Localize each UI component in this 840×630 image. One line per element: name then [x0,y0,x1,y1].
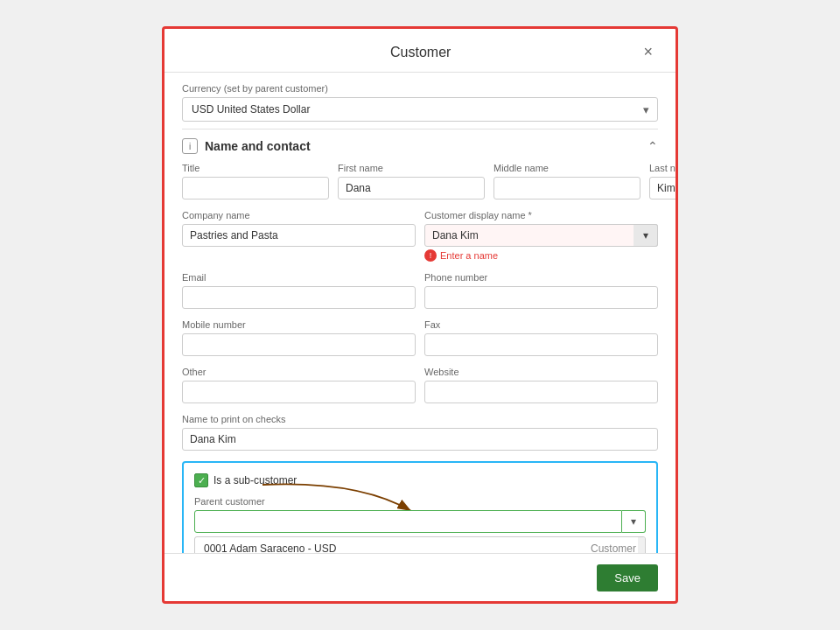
currency-select[interactable]: USD United States Dollar [182,97,658,122]
section-header-left: i Name and contact [182,138,311,154]
mobile-label: Mobile number [182,319,416,330]
parent-customer-dropdown: ▾ [194,510,646,533]
mobile-fax-row: Mobile number Fax [182,319,658,356]
customer-display-group: Customer display name * ▾ ! Enter a name [424,210,658,262]
company-name-input[interactable] [182,224,416,247]
dropdown-items-container: 0001 Adam Saraceno - USDCustomer1 - USDC… [195,537,645,553]
customer-display-error: ! Enter a name [424,249,658,262]
first-name-input[interactable] [338,177,485,200]
first-name-group: First name [338,163,485,200]
other-input[interactable] [182,381,416,403]
last-name-label: Last name [649,163,676,173]
scrollbar-track[interactable] [638,537,645,553]
item-type: Customer [591,542,636,553]
company-name-label: Company name [182,210,416,220]
website-input[interactable] [424,381,658,403]
error-icon: ! [424,249,437,262]
sub-customer-label: Is a sub-customer [214,474,297,486]
last-name-group: Last name [649,163,676,200]
first-name-label: First name [338,163,485,173]
email-label: Email [182,272,416,283]
title-input[interactable] [182,177,329,200]
website-label: Website [424,367,658,377]
customer-display-label: Customer display name * [424,210,658,220]
checks-group: Name to print on checks [182,414,658,451]
email-phone-row: Email Phone number [182,272,658,309]
parent-customer-label: Parent customer [194,496,646,507]
name-contact-section-header: i Name and contact ⌃ [182,129,658,163]
other-group: Other [182,367,416,403]
parent-customer-input[interactable] [194,510,622,533]
name-contact-title: Name and contact [205,139,311,153]
other-label: Other [182,367,416,377]
parent-customer-group: Parent customer ▾ [194,496,646,533]
company-name-group: Company name [182,210,416,262]
close-button[interactable]: × [638,41,658,63]
fax-label: Fax [424,319,658,330]
modal-body: Currency (set by parent customer) USD Un… [164,73,676,553]
name-contact-chevron[interactable]: ⌃ [648,139,658,153]
fax-group: Fax [424,319,658,356]
middle-name-group: Middle name [494,163,640,200]
checks-label: Name to print on checks [182,414,658,424]
currency-label: Currency (set by parent customer) [182,83,658,94]
other-website-row: Other Website [182,367,658,403]
modal-container: Customer × Currency (set by parent custo… [162,26,678,604]
email-group: Email [182,272,416,309]
background: Customer × Currency (set by parent custo… [0,0,840,630]
last-name-input[interactable] [649,177,676,200]
phone-input[interactable] [424,286,658,309]
phone-label: Phone number [424,272,658,283]
fax-input[interactable] [424,333,658,356]
website-group: Website [424,367,658,403]
item-name: 0001 Adam Saraceno - USD [204,542,336,553]
middle-name-input[interactable] [494,177,640,200]
customer-display-dropdown-btn[interactable]: ▾ [634,224,658,247]
company-display-row: Company name Customer display name * ▾ !… [182,210,658,262]
mobile-group: Mobile number [182,319,416,356]
name-row-1: Title First name Middle name Last name S… [182,163,658,200]
customer-display-input[interactable] [424,224,658,247]
middle-name-label: Middle name [494,163,640,173]
parent-customer-list: 0001 Adam Saraceno - USDCustomer1 - USDC… [194,536,646,553]
error-text: Enter a name [440,250,498,261]
parent-customer-arrow-btn[interactable]: ▾ [622,510,646,533]
sub-customer-checkbox[interactable] [194,473,208,487]
title-group: Title [182,163,329,200]
save-button[interactable]: Save [597,564,658,592]
mobile-input[interactable] [182,333,416,356]
modal-header: Customer × [164,29,676,73]
modal-footer: Save [164,553,676,601]
email-input[interactable] [182,286,416,309]
name-contact-icon: i [182,138,198,154]
title-label: Title [182,163,329,173]
modal-title: Customer [203,45,638,60]
phone-group: Phone number [424,272,658,309]
sub-customer-section: Is a sub-customer Parent customer ▾ 0001… [182,461,658,553]
list-item[interactable]: 0001 Adam Saraceno - USDCustomer [195,537,645,553]
currency-section: Currency (set by parent customer) USD Un… [182,73,658,129]
currency-select-wrapper: USD United States Dollar [182,97,658,122]
sub-customer-checkbox-row: Is a sub-customer [194,473,646,487]
customer-display-wrapper: ▾ [424,224,658,247]
checks-input[interactable] [182,428,658,451]
